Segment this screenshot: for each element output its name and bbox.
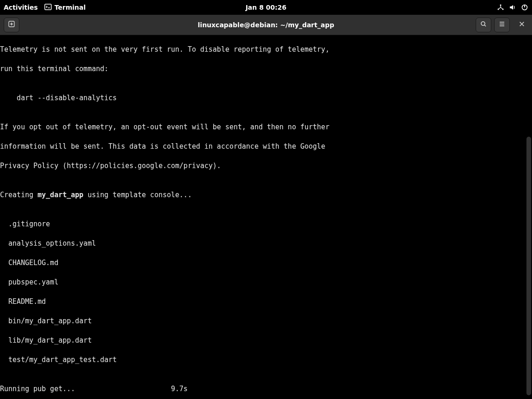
- terminal-scrollbar[interactable]: [526, 35, 532, 399]
- search-button[interactable]: [476, 18, 491, 32]
- menu-button[interactable]: [494, 18, 510, 32]
- terminal-icon: [44, 3, 52, 12]
- gnome-topbar: Activities Terminal Jan 8 00:26: [0, 0, 532, 15]
- scrollbar-thumb[interactable]: [526, 137, 531, 395]
- output-line: Privacy Policy (https://policies.google.…: [0, 161, 532, 171]
- app-menu-label: Terminal: [54, 4, 86, 11]
- output-line: analysis_options.yaml: [0, 239, 532, 248]
- terminal-window: linuxcapable@debian: ~/my_dart_app Telem…: [0, 15, 532, 399]
- output-line: Running pub get... 9.7s: [0, 384, 532, 394]
- output-line: dart --disable-analytics: [0, 93, 532, 103]
- output-line: .gitignore: [0, 219, 532, 229]
- app-menu[interactable]: Terminal: [44, 3, 86, 12]
- volume-icon[interactable]: [509, 4, 516, 11]
- output-line: bin/my_dart_app.dart: [0, 316, 532, 326]
- terminal-output[interactable]: Telemetry is not sent on the very first …: [0, 35, 532, 399]
- plus-icon: [8, 20, 15, 30]
- output-line: CHANGELOG.md: [0, 258, 532, 268]
- output-line: test/my_dart_app_test.dart: [0, 355, 532, 365]
- svg-point-6: [481, 22, 485, 25]
- window-title: linuxcapable@debian: ~/my_dart_app: [198, 21, 334, 29]
- new-tab-button[interactable]: [4, 18, 19, 32]
- search-icon: [480, 20, 487, 30]
- output-line: Creating my_dart_app using template cons…: [0, 190, 532, 200]
- output-line: Telemetry is not sent on the very first …: [0, 45, 532, 54]
- activities-button[interactable]: Activities: [4, 4, 38, 11]
- close-button[interactable]: [515, 18, 528, 31]
- window-titlebar: linuxcapable@debian: ~/my_dart_app: [0, 15, 532, 35]
- power-icon[interactable]: [521, 4, 528, 11]
- output-line: pubspec.yaml: [0, 278, 532, 287]
- network-icon[interactable]: [497, 4, 504, 11]
- svg-rect-0: [45, 4, 51, 10]
- output-line: run this terminal command:: [0, 64, 532, 74]
- output-line: If you opt out of telemetry, an opt-out …: [0, 122, 532, 132]
- hamburger-icon: [498, 20, 506, 30]
- clock[interactable]: Jan 8 00:26: [246, 4, 287, 11]
- output-line: README.md: [0, 297, 532, 307]
- close-icon: [519, 20, 525, 29]
- output-line: information will be sent. This data is c…: [0, 142, 532, 151]
- output-line: lib/my_dart_app.dart: [0, 336, 532, 345]
